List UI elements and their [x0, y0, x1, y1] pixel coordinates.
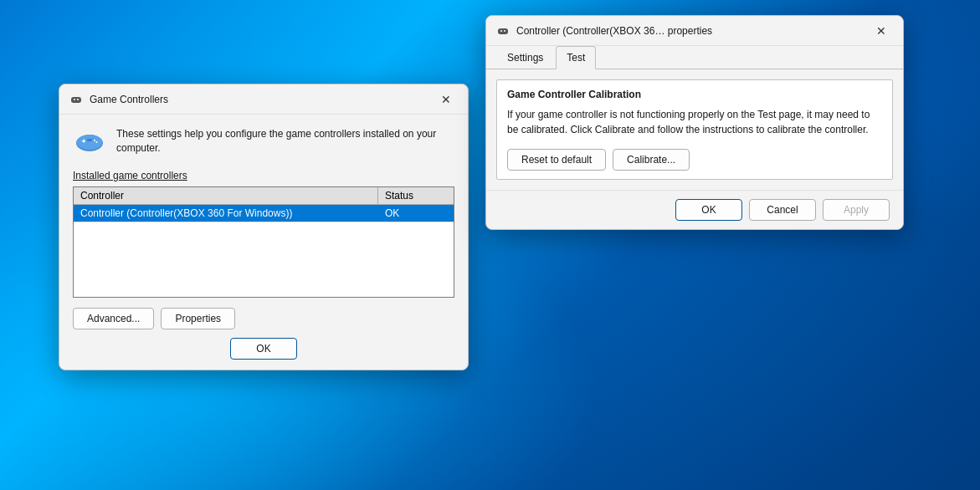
svg-rect-14 — [501, 30, 502, 32]
svg-rect-7 — [84, 140, 85, 143]
controller-status-cell: OK — [378, 205, 454, 222]
calibration-section: Game Controller Calibration If your game… — [496, 79, 893, 180]
properties-ok-button[interactable]: OK — [675, 199, 742, 221]
game-controllers-ok-button[interactable]: OK — [230, 338, 297, 360]
table-list-area[interactable]: Controller (Controller(XBOX 360 For Wind… — [74, 205, 454, 297]
col-status-header: Status — [378, 187, 454, 204]
ok-button-row: OK — [73, 338, 454, 360]
properties-dialog: Controller (Controller(XBOX 36… properti… — [485, 15, 904, 230]
gamepad-icon — [73, 125, 106, 158]
properties-apply-button[interactable]: Apply — [823, 199, 890, 221]
svg-rect-0 — [71, 97, 81, 103]
properties-footer: OK Cancel Apply — [486, 190, 903, 229]
svg-rect-10 — [87, 139, 92, 141]
action-buttons-row: Advanced... Properties — [73, 308, 454, 329]
game-controllers-close-button[interactable]: ✕ — [434, 88, 458, 111]
game-controllers-title: Game Controllers — [90, 94, 434, 105]
calibration-buttons: Reset to default Calibrate... — [507, 149, 882, 171]
svg-point-9 — [96, 141, 98, 143]
controller-name-cell: Controller (Controller(XBOX 360 For Wind… — [74, 205, 378, 222]
svg-rect-3 — [74, 99, 75, 100]
col-controller-header: Controller — [74, 187, 378, 204]
dialog-header-row: These settings help you configure the ga… — [73, 125, 454, 158]
svg-point-12 — [504, 30, 505, 32]
properties-cancel-button[interactable]: Cancel — [749, 199, 816, 221]
properties-close-button[interactable]: ✕ — [870, 19, 893, 43]
svg-point-5 — [77, 135, 102, 150]
reset-to-default-button[interactable]: Reset to default — [507, 149, 606, 171]
svg-rect-11 — [498, 28, 508, 34]
table-header: Controller Status — [74, 187, 454, 205]
calibrate-button[interactable]: Calibrate... — [613, 149, 690, 171]
calibration-title: Game Controller Calibration — [507, 89, 882, 100]
properties-title: Controller (Controller(XBOX 36… properti… — [516, 25, 870, 37]
properties-button[interactable]: Properties — [161, 308, 235, 329]
game-controllers-description: These settings help you configure the ga… — [116, 127, 454, 156]
svg-point-1 — [77, 99, 79, 100]
game-controllers-dialog: Game Controllers ✕ These settings help y… — [59, 84, 469, 370]
game-controllers-titlebar: Game Controllers ✕ — [59, 84, 468, 115]
properties-title-icon — [496, 24, 510, 38]
tab-settings[interactable]: Settings — [496, 46, 554, 69]
gamepad-title-icon — [69, 93, 83, 106]
installed-section-label: Installed game controllers — [73, 170, 454, 181]
tabs-bar: Settings Test — [486, 46, 903, 69]
table-row[interactable]: Controller (Controller(XBOX 360 For Wind… — [74, 205, 454, 222]
advanced-button[interactable]: Advanced... — [73, 308, 154, 329]
svg-point-8 — [94, 140, 95, 141]
properties-titlebar: Controller (Controller(XBOX 36… properti… — [486, 16, 903, 46]
calibration-description: If your game controller is not functioni… — [507, 107, 882, 137]
game-controllers-body: These settings help you configure the ga… — [59, 115, 468, 370]
controller-table-wrapper: Controller Status Controller (Controller… — [73, 186, 454, 298]
tab-test[interactable]: Test — [556, 46, 596, 69]
